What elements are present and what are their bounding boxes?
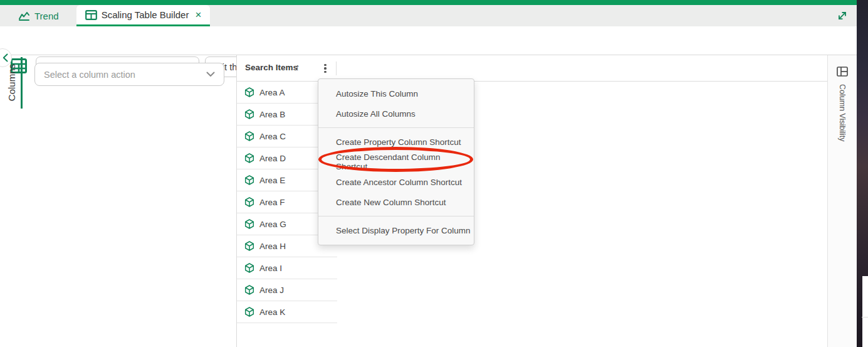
row-label: Area B xyxy=(259,110,285,119)
cube-icon xyxy=(244,87,254,97)
toolbar: Edit the search xyxy=(0,26,857,55)
cube-icon xyxy=(244,109,254,119)
sort-ascending-icon[interactable]: ↑ xyxy=(295,61,300,72)
column-visibility-icon xyxy=(837,67,848,77)
background-window-line xyxy=(862,317,868,318)
menu-item[interactable]: Create Ancestor Column Shortcut xyxy=(318,172,474,192)
table-header-row: Search Items ↑ xyxy=(237,55,827,82)
table-icon xyxy=(85,10,97,20)
cube-icon xyxy=(244,285,254,295)
cube-icon xyxy=(244,219,254,229)
menu-item[interactable]: Autosize This Column xyxy=(318,83,474,104)
trend-chart-icon xyxy=(19,11,30,21)
cube-icon xyxy=(244,197,254,207)
cube-icon xyxy=(244,131,254,141)
menu-divider xyxy=(318,127,474,128)
cube-icon xyxy=(244,175,254,185)
column-visibility-panel-tab[interactable]: Column Visibility xyxy=(827,55,857,347)
menu-item[interactable]: Create New Column Shortcut xyxy=(318,192,474,212)
row-label: Area A xyxy=(259,88,285,97)
chevron-left-icon xyxy=(3,53,8,62)
tab-bar: Trend Scaling Table Builder × xyxy=(0,5,857,26)
row-label: Area F xyxy=(259,198,285,207)
row-label: Area E xyxy=(259,176,285,185)
row-label: Area D xyxy=(259,154,286,163)
tab-trend[interactable]: Trend xyxy=(10,5,68,26)
chevron-down-icon xyxy=(206,72,215,77)
app-window: Trend Scaling Table Builder × Edit the s… xyxy=(0,0,868,347)
row-label: Area K xyxy=(259,307,285,317)
tab-scaling-table-builder[interactable]: Scaling Table Builder × xyxy=(76,5,211,26)
column-menu-kebab-icon[interactable] xyxy=(320,61,331,76)
menu-item[interactable]: Create Property Column Shortcut xyxy=(318,132,474,152)
table-row[interactable]: Area I xyxy=(237,257,337,279)
column-resize-divider[interactable] xyxy=(336,61,337,75)
cube-icon xyxy=(244,153,254,163)
row-label: Area G xyxy=(259,220,286,229)
tab-trend-label: Trend xyxy=(34,11,59,21)
table-row[interactable]: Area K xyxy=(237,301,337,323)
cube-icon xyxy=(244,263,254,273)
row-label: Area I xyxy=(259,264,282,273)
menu-divider xyxy=(318,216,474,216)
columns-tab-accent xyxy=(21,57,23,109)
search-items-header[interactable]: Search Items xyxy=(245,63,298,72)
tab-close-icon[interactable]: × xyxy=(195,9,201,20)
expand-icon[interactable] xyxy=(835,8,850,23)
tab-active-label: Scaling Table Builder xyxy=(102,9,189,20)
menu-item[interactable]: Create Descendant Column Shortcut xyxy=(318,152,474,172)
column-action-select[interactable]: Select a column action xyxy=(34,63,224,86)
top-accent-strip xyxy=(0,0,857,5)
menu-item[interactable]: Select Display Property For Column xyxy=(318,220,474,240)
row-label: Area H xyxy=(259,242,286,251)
column-visibility-label: Column Visibility xyxy=(838,84,847,141)
menu-item[interactable]: Autosize All Columns xyxy=(318,104,474,124)
columns-tab-label: Columns xyxy=(6,64,17,101)
cube-icon xyxy=(244,307,254,317)
column-context-menu: Autosize This ColumnAutosize All Columns… xyxy=(318,78,474,245)
table-row[interactable]: Area J xyxy=(237,279,337,301)
cube-icon xyxy=(244,241,254,251)
row-label: Area C xyxy=(259,132,286,141)
column-action-placeholder: Select a column action xyxy=(44,70,135,80)
row-label: Area J xyxy=(259,286,284,295)
background-window-strip-bottom xyxy=(862,276,868,347)
